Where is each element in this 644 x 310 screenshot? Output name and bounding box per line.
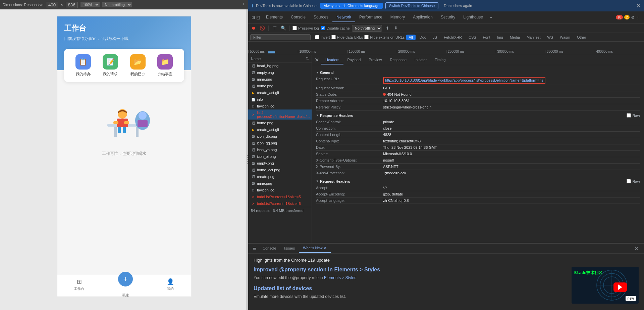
tab-preview[interactable]: Preview [365,56,386,64]
tab-payload[interactable]: Payload [343,56,365,64]
drawer-tab-whatsnew[interactable]: What's New ✕ [299,244,330,253]
tab-performance[interactable]: Performance [355,13,386,22]
preserve-log-checkbox[interactable] [292,26,297,30]
file-item[interactable]: 📄 info [248,96,312,103]
file-item-selected[interactable]: ✕ list?processDefinitionName=&platf... [248,109,312,120]
app-icon-item-2[interactable]: 📝 我的请求 [103,54,118,77]
invert-label[interactable]: Invert [315,35,330,39]
filter-font[interactable]: Font [480,35,493,40]
app-icon-item-4[interactable]: 📁 办结事宜 [157,54,173,77]
tab-application[interactable]: Application [409,13,437,22]
match-language-button[interactable]: Always match Chrome's language [320,3,383,9]
file-item[interactable]: 🖼 empty.png [248,160,312,167]
hide-data-label[interactable]: Hide data URLs [331,35,363,39]
filter-other[interactable]: Other [574,35,589,40]
search-icon[interactable]: 🔍 [280,25,287,32]
download-icon[interactable]: ⬇ [393,25,399,32]
nav-workbench[interactable]: ⊞ 工作台 [74,278,84,291]
disable-cache-checkbox[interactable] [321,26,325,30]
filter-all[interactable]: All [406,35,416,40]
file-item[interactable]: 🖼 mine.png [248,76,312,83]
more-options-icon[interactable]: ⋮ [242,3,246,7]
file-item[interactable]: 🖼 mine.png [248,180,312,187]
file-item[interactable]: 🖼 head_bg.png [248,62,312,69]
filter-js[interactable]: JS [430,35,440,40]
hide-ext-checkbox[interactable] [364,35,369,39]
file-item[interactable]: ▶ create_act.gif [248,126,312,133]
height-input[interactable] [66,2,78,8]
tab-console[interactable]: Console [287,13,310,22]
file-item[interactable]: 🖼 icon_db.png [248,133,312,140]
tab-memory[interactable]: Memory [386,13,409,22]
filter-wasm[interactable]: Wasm [557,35,573,40]
settings-icon[interactable]: ⚙ [631,15,635,20]
zoom-select[interactable]: 100% [80,2,100,7]
hide-data-checkbox[interactable] [331,35,336,39]
more-tabs-icon[interactable]: » [487,13,495,22]
file-item[interactable]: 🖼 create.png [248,173,312,180]
info-close-button[interactable]: ✕ [636,3,641,9]
raw-label[interactable]: Raw [627,113,640,118]
raw-checkbox[interactable] [627,113,631,118]
drawer-tab-console[interactable]: Console [259,244,280,253]
tab-elements[interactable]: Elements [262,13,287,22]
hide-ext-label[interactable]: Hide extension URLs [364,35,405,39]
file-item[interactable]: 🖼 home_act.png [248,167,312,173]
file-item[interactable]: □ favicon.ico [248,187,312,193]
filter-media[interactable]: Media [507,35,523,40]
file-item[interactable]: 🖼 home.png [248,83,312,89]
nav-new-button[interactable]: + [118,272,133,286]
vertical-dots-icon[interactable]: ⋮ [636,15,640,20]
width-input[interactable] [46,2,58,8]
inspect-icon[interactable]: ◱ [256,15,260,20]
filter-input[interactable] [250,34,311,40]
file-item[interactable]: 🖼 icon_qq.png [248,140,312,146]
file-item[interactable]: 🖼 empty.png [248,69,312,76]
file-item[interactable]: ▶ create_act.gif [248,89,312,96]
nav-new[interactable]: + 新建 [118,272,133,297]
tab-lighthouse[interactable]: Lighthouse [459,13,487,22]
tab-sources[interactable]: Sources [310,13,332,22]
preserve-log-label[interactable]: Preserve log [292,26,319,30]
filter-img[interactable]: Img [494,35,506,40]
file-item-error[interactable]: ✕ todoList?current=1&size=5 [248,193,312,200]
file-item[interactable]: □ favicon.ico [248,103,312,109]
tab-security[interactable]: Security [437,13,459,22]
dont-show-button[interactable]: Don't show again [441,3,475,9]
sort-icon[interactable]: ⇅ [306,56,309,61]
filter-doc[interactable]: Doc [417,35,429,40]
filter-xhr[interactable]: Fetch/XHR [441,35,465,40]
drawer-tab-issues[interactable]: Issues [280,244,299,253]
section1-link[interactable]: Elements > Styles [324,275,356,280]
app-icon-item-3[interactable]: 📂 我的已办 [130,54,146,77]
file-item[interactable]: 🖼 icon_yb.png [248,146,312,153]
cursor-icon[interactable]: ⊡ [252,15,255,20]
file-item[interactable]: 🖼 icon_bj.png [248,153,312,160]
filter-css[interactable]: CSS [466,35,479,40]
raw-req-label[interactable]: Raw [627,179,640,183]
throttle-select[interactable]: No throttling [102,2,132,7]
raw-req-checkbox[interactable] [627,179,631,183]
tab-timing[interactable]: Timing [431,56,450,64]
file-item-error[interactable]: ✕ todoList?current=1&size=5 [248,200,312,207]
upload-icon[interactable]: ⬆ [384,25,391,32]
record-button[interactable]: ⏺ [250,25,257,32]
filter-icon[interactable]: ⊤ [271,25,278,32]
disable-cache-label[interactable]: Disable cache [321,26,350,30]
tab-network[interactable]: Network [332,13,355,22]
file-item[interactable]: 🖼 home.png [248,120,312,126]
drawer-close-button[interactable]: ✕ [632,245,641,252]
drawer-menu-icon[interactable]: ☰ [251,246,259,251]
filter-manifest[interactable]: Manifest [524,35,543,40]
nav-mine[interactable]: 👤 我的 [167,278,174,291]
tab-response[interactable]: Response [386,56,411,64]
switch-devtools-button[interactable]: Switch DevTools to Chinese [385,2,438,9]
clear-button[interactable]: 🚫 [259,25,266,32]
throttle-select[interactable]: No throttling [352,25,382,32]
tab-headers[interactable]: Headers [321,56,343,64]
detail-close-button[interactable]: ✕ [312,55,321,65]
app-icon-item-1[interactable]: 📋 我的待办 [75,54,91,77]
tab-initiator[interactable]: Initiator [411,56,431,64]
filter-ws[interactable]: WS [544,35,556,40]
invert-checkbox[interactable] [315,35,319,39]
